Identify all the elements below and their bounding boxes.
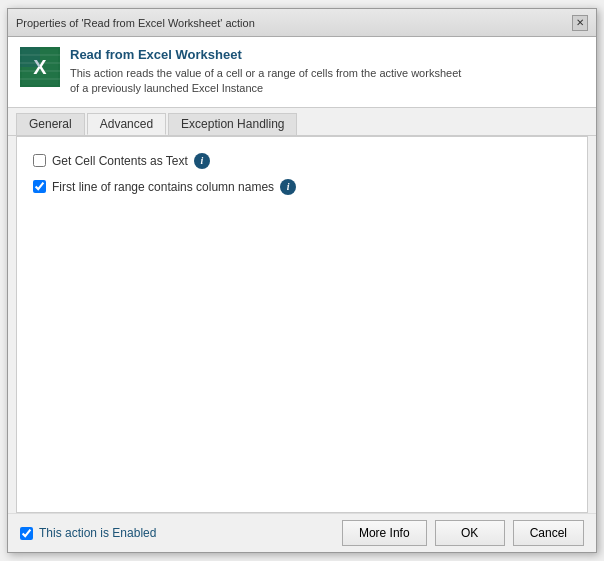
action-description: This action reads the value of a cell or… — [70, 66, 461, 97]
dialog: Properties of 'Read from Excel Worksheet… — [7, 8, 597, 553]
tab-general[interactable]: General — [16, 113, 85, 135]
header-text: Read from Excel Worksheet This action re… — [70, 47, 461, 97]
dialog-title: Properties of 'Read from Excel Worksheet… — [16, 17, 255, 29]
dialog-buttons: More Info OK Cancel — [342, 520, 584, 546]
tab-advanced[interactable]: Advanced — [87, 113, 166, 135]
first-line-range-info-icon[interactable]: i — [280, 179, 296, 195]
get-cell-text-info-icon[interactable]: i — [194, 153, 210, 169]
bottom-bar: This action is Enabled More Info OK Canc… — [8, 513, 596, 552]
excel-icon: X — [20, 47, 60, 87]
ok-button[interactable]: OK — [435, 520, 505, 546]
tabs-bar: General Advanced Exception Handling — [8, 108, 596, 136]
close-button[interactable]: ✕ — [572, 15, 588, 31]
action-title: Read from Excel Worksheet — [70, 47, 461, 62]
action-enabled-checkbox[interactable] — [20, 527, 33, 540]
more-info-button[interactable]: More Info — [342, 520, 427, 546]
first-line-range-checkbox[interactable] — [33, 180, 46, 193]
tab-exception-handling[interactable]: Exception Handling — [168, 113, 297, 135]
content-area: Get Cell Contents as Text i First line o… — [16, 136, 588, 513]
get-cell-text-row: Get Cell Contents as Text i — [33, 153, 571, 169]
header-section: X Read from Excel Worksheet This action … — [8, 37, 596, 108]
enabled-section: This action is Enabled — [20, 526, 156, 540]
svg-rect-3 — [20, 47, 40, 67]
get-cell-text-label: Get Cell Contents as Text — [52, 154, 188, 168]
title-bar: Properties of 'Read from Excel Worksheet… — [8, 9, 596, 37]
cancel-button[interactable]: Cancel — [513, 520, 584, 546]
first-line-range-row: First line of range contains column name… — [33, 179, 571, 195]
first-line-range-label: First line of range contains column name… — [52, 180, 274, 194]
get-cell-text-checkbox[interactable] — [33, 154, 46, 167]
action-enabled-label: This action is Enabled — [39, 526, 156, 540]
